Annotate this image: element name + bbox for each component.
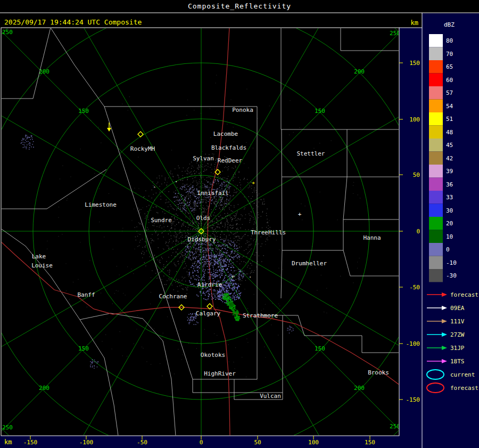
dbz-band-value: 20 (446, 220, 453, 227)
range-distance-label: 150 (315, 108, 325, 115)
dbz-band-swatch (429, 86, 443, 100)
dbz-band-value: 30 (446, 207, 453, 214)
city-label: HighRiver (204, 370, 236, 377)
legend-label: 18TS (450, 358, 465, 365)
dbz-band-swatch (429, 112, 443, 126)
dbz-band-value: 0 (446, 246, 450, 253)
city-label: Airdrie (197, 281, 222, 288)
dbz-band-swatch (429, 152, 443, 165)
legend-label: 09EA (450, 305, 465, 312)
range-distance-label: 250 (390, 30, 400, 37)
dbz-band-value: 48 (446, 129, 453, 136)
bottom-axis-label: 150 (365, 439, 375, 446)
point-marker-icon: · (249, 274, 252, 281)
right-axis-label: -50 (409, 284, 420, 291)
dbz-band-value: -10 (446, 259, 457, 266)
dbz-band-value: 36 (446, 181, 453, 188)
dbz-band-value: 70 (446, 51, 453, 58)
bottom-axis-label: 100 (308, 439, 319, 446)
right-axis-label: 150 (409, 60, 420, 67)
city-label: Ponoka (232, 107, 253, 113)
range-distance-label: 200 (39, 385, 49, 392)
city-label: RockyMH (130, 145, 155, 152)
dbz-band-swatch (429, 34, 443, 47)
point-marker-icon: + (298, 211, 302, 218)
point-marker-icon: · (175, 178, 178, 185)
legend-label: forecast (450, 291, 478, 298)
dbz-band-swatch (429, 165, 443, 178)
city-label: Didsbury (188, 236, 216, 243)
legend-label: 111V (450, 318, 465, 325)
city-label: Limestone (85, 201, 117, 208)
range-distance-label: 150 (315, 345, 325, 352)
city-label: Innisfail (197, 190, 229, 197)
dbz-band-value: 80 (446, 37, 453, 44)
city-label: Banff (77, 291, 95, 298)
range-distance-label: 150 (78, 345, 89, 352)
dbz-band-swatch (429, 178, 443, 191)
dbz-band-swatch (429, 243, 443, 256)
range-distance-label: 200 (354, 385, 365, 392)
right-axis-label: -100 (406, 340, 420, 347)
bottom-axis-label: -100 (79, 439, 94, 446)
dbz-band-value: 57 (446, 89, 453, 96)
city-label: Sundre (151, 217, 172, 224)
city-label: Brooks (368, 369, 389, 376)
radar-display: Composite_Reflectivity 2025/09/17 19:44:… (0, 0, 479, 448)
bottom-axis-panel (0, 436, 422, 448)
bottom-axis-label: -150 (23, 439, 38, 446)
city-label: Stettler (297, 150, 325, 157)
city-label: Sylvan (193, 155, 214, 162)
bottom-axis-label: 0 (200, 439, 203, 446)
dbz-band-value: 10 (446, 233, 453, 240)
dbz-band-swatch (429, 230, 443, 243)
city-label: RedDeer (218, 157, 243, 164)
dbz-band-value: 45 (446, 142, 453, 149)
dbz-band-swatch (429, 47, 443, 61)
range-distance-label: 250 (390, 423, 400, 430)
dbz-band-swatch (429, 126, 443, 139)
dbz-band-swatch (429, 256, 443, 270)
range-distance-label: 200 (354, 68, 365, 75)
right-axis-label: 0 (416, 228, 420, 235)
dbz-band-value: 60 (446, 77, 453, 84)
radar-app-window: Composite_Reflectivity 2025/09/17 19:44:… (0, 0, 479, 448)
scale-title: dBZ (444, 21, 455, 28)
point-marker-icon: · (153, 184, 156, 191)
unit-label-bottom: km (4, 438, 12, 446)
city-label: Strathmore (243, 312, 278, 319)
point-marker-icon: + (231, 273, 235, 280)
dbz-band-swatch (429, 269, 443, 282)
dbz-band-value: 51 (446, 116, 453, 123)
dbz-band-swatch (429, 74, 443, 87)
city-label: Calgary (196, 310, 221, 317)
legend-label: forecast (450, 385, 478, 392)
city-label: Lake (32, 253, 46, 260)
unit-label-top: km (411, 19, 418, 27)
dbz-band-swatch (429, 60, 443, 74)
dbz-band-value: 33 (446, 194, 453, 201)
bottom-axis-label: -50 (137, 439, 147, 446)
legend-label: current (450, 371, 475, 378)
city-label: Louise (31, 262, 53, 269)
dbz-band-swatch (429, 191, 443, 204)
city-label: Vulcan (260, 393, 281, 400)
right-axis-label: 50 (413, 172, 420, 178)
timestamp: 2025/09/17 19:44:24 UTC Composite (4, 18, 142, 26)
dbz-band-value: -30 (446, 272, 457, 279)
city-label: Okotoks (201, 352, 225, 359)
city-label: Blackfalds (211, 144, 246, 151)
dbz-band-swatch (429, 100, 443, 113)
dbz-band-value: 39 (446, 168, 453, 175)
legend-label: 31JP (450, 345, 465, 352)
dbz-band-value: 54 (446, 103, 453, 110)
point-marker-icon: * (252, 181, 255, 188)
city-label: Lacombe (213, 131, 238, 137)
city-label: Olds (196, 215, 211, 222)
legend-label: 27ZW (450, 331, 465, 338)
dbz-band-swatch (429, 204, 443, 217)
dbz-band-value: 42 (446, 155, 453, 162)
dbz-band-value: 65 (446, 63, 453, 70)
bottom-axis-label: 50 (254, 439, 261, 446)
dbz-band-swatch (429, 217, 443, 230)
